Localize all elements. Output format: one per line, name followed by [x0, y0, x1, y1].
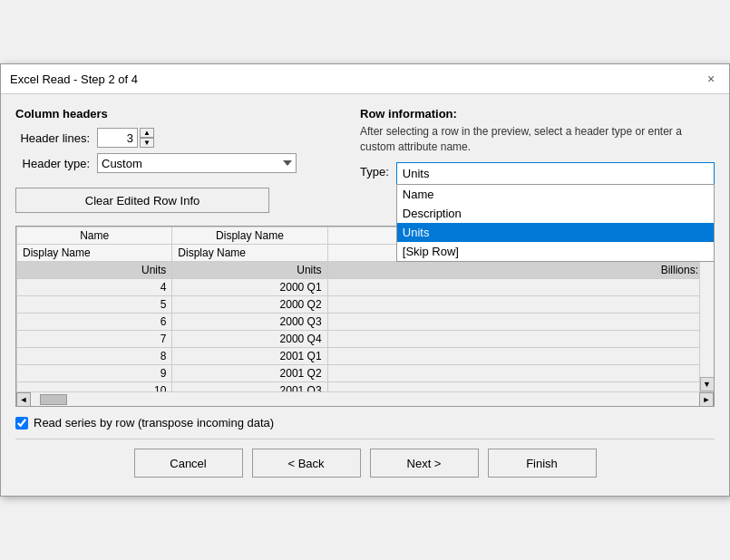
type-label: Type: — [360, 162, 389, 179]
spinner-up-button[interactable]: ▲ — [140, 128, 154, 138]
row-info-desc: After selecting a row in the preview, se… — [360, 124, 715, 155]
type-input[interactable] — [396, 162, 715, 184]
cell: 4 — [17, 279, 172, 296]
cell — [327, 382, 713, 392]
cell: 8 — [17, 348, 172, 365]
dropdown-item-name[interactable]: Name — [397, 185, 714, 204]
scroll-left-button[interactable]: ◄ — [16, 392, 31, 407]
cell: 2000 Q3 — [172, 314, 327, 331]
clear-edited-row-button[interactable]: Clear Edited Row Info — [15, 188, 269, 213]
checkbox-row: Read series by row (transpose incoming d… — [15, 416, 715, 430]
spinner-down-button[interactable]: ▼ — [140, 138, 154, 148]
cell — [327, 348, 713, 365]
transpose-label[interactable]: Read series by row (transpose incoming d… — [34, 416, 274, 430]
type-dropdown-container: Name Description Units [Skip Row] — [396, 162, 715, 184]
cell: Display Name — [17, 245, 172, 262]
spinner-buttons: ▲ ▼ — [140, 128, 154, 148]
cell: 2000 Q4 — [172, 331, 327, 348]
header-lines-spinner: ▲ ▼ — [97, 128, 154, 148]
cell: Units — [172, 262, 327, 279]
table-row[interactable]: 10 2001 Q3 — [17, 382, 714, 392]
cell: 7 — [17, 331, 172, 348]
type-row: Type: Name Description Units [Skip Row] — [360, 162, 715, 184]
window-title: Excel Read - Step 2 of 4 — [10, 72, 138, 86]
header-type-select[interactable]: Custom Standard None — [97, 153, 297, 173]
transpose-checkbox[interactable] — [15, 417, 28, 430]
finish-button[interactable]: Finish — [488, 449, 597, 478]
dropdown-item-units[interactable]: Units — [397, 223, 714, 242]
header-type-label: Header type: — [15, 157, 97, 170]
header-lines-label: Header lines: — [15, 131, 97, 145]
cell: 9 — [17, 365, 172, 382]
divider — [15, 439, 715, 439]
cell — [327, 296, 713, 314]
table-row[interactable]: 9 2001 Q2 — [17, 365, 714, 382]
footer-buttons: Cancel < Back Next > Finish — [15, 449, 715, 487]
cell: 10 — [17, 382, 172, 392]
title-bar: Excel Read - Step 2 of 4 × — [1, 64, 729, 94]
dialog-body: Column headers Header lines: ▲ ▼ Header … — [1, 94, 729, 496]
col-header-name: Name — [17, 227, 172, 245]
table-row[interactable]: 5 2000 Q2 — [17, 296, 714, 314]
table-row[interactable]: 6 2000 Q3 — [17, 314, 714, 331]
horizontal-scrollbar[interactable]: ◄ ► — [16, 391, 714, 406]
table-row[interactable]: 4 2000 Q1 — [17, 279, 714, 296]
top-section: Column headers Header lines: ▲ ▼ Header … — [15, 107, 715, 213]
header-type-row: Header type: Custom Standard None — [15, 153, 342, 173]
next-button[interactable]: Next > — [370, 449, 479, 478]
cell: Billions: 2 — [327, 262, 713, 279]
h-scroll-track — [31, 394, 699, 405]
dialog-window: Excel Read - Step 2 of 4 × Column header… — [0, 63, 730, 497]
scroll-right-button[interactable]: ► — [699, 392, 714, 407]
left-panel: Column headers Header lines: ▲ ▼ Header … — [15, 107, 342, 213]
table-row[interactable]: 8 2001 Q1 — [17, 348, 714, 365]
cell — [327, 365, 713, 382]
dropdown-item-skip-row[interactable]: [Skip Row] — [397, 242, 714, 261]
header-lines-input[interactable] — [97, 128, 138, 148]
cell: 6 — [17, 314, 172, 331]
h-scroll-thumb[interactable] — [40, 394, 67, 405]
table-row[interactable]: 7 2000 Q4 — [17, 331, 714, 348]
cell — [327, 314, 713, 331]
cell — [327, 331, 713, 348]
cell — [327, 279, 713, 296]
close-button[interactable]: × — [702, 70, 720, 88]
cell: Display Name — [172, 245, 327, 262]
type-dropdown-list: Name Description Units [Skip Row] — [396, 184, 715, 262]
row-info-label: Row information: — [360, 107, 715, 121]
cell: 5 — [17, 296, 172, 314]
right-panel: Row information: After selecting a row i… — [360, 107, 715, 213]
column-headers-label: Column headers — [15, 107, 342, 121]
cell: Units — [17, 262, 172, 279]
header-lines-row: Header lines: ▲ ▼ — [15, 128, 342, 148]
cell: 2000 Q2 — [172, 296, 327, 314]
scroll-down-button[interactable]: ▼ — [700, 377, 715, 391]
dropdown-item-description[interactable]: Description — [397, 204, 714, 223]
cell: 2001 Q1 — [172, 348, 327, 365]
back-button[interactable]: < Back — [252, 449, 361, 478]
cell: 2001 Q3 — [172, 382, 327, 392]
cell: 2001 Q2 — [172, 365, 327, 382]
col-header-display: Display Name — [172, 227, 327, 245]
cancel-button[interactable]: Cancel — [134, 449, 243, 478]
cell: 2000 Q1 — [172, 279, 327, 296]
table-row[interactable]: Units Units Billions: 2 — [17, 262, 714, 279]
